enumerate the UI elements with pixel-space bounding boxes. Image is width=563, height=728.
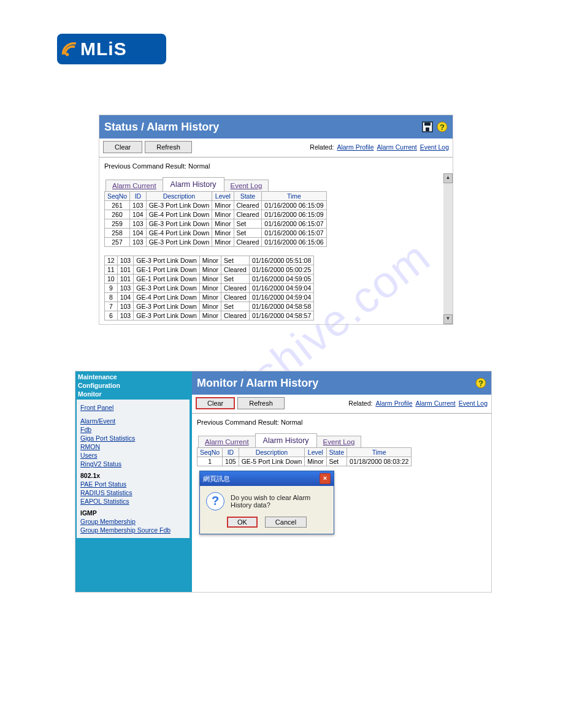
table-cell: 103 bbox=[130, 238, 147, 247]
sidebar-link-pae-port-status[interactable]: PAE Port Status bbox=[80, 480, 186, 488]
sidebar-link-giga-port-statistics[interactable]: Giga Port Statistics bbox=[80, 434, 186, 442]
link-alarm-current[interactable]: Alarm Current bbox=[415, 400, 455, 407]
column-header: State bbox=[234, 192, 262, 201]
save-icon[interactable] bbox=[422, 121, 433, 132]
table-cell: GE-3 Port Link Down bbox=[134, 256, 200, 265]
table-cell: 01/16/2000 05:51:08 bbox=[249, 256, 313, 265]
table-cell: Cleared bbox=[234, 238, 262, 247]
dialog-title: 網頁訊息 bbox=[203, 474, 230, 483]
table-row: 261103GE-3 Port Link DownMinorCleared01/… bbox=[105, 201, 327, 210]
table-cell: 258 bbox=[105, 229, 130, 238]
tab-alarm-history[interactable]: Alarm History bbox=[255, 433, 317, 447]
link-event-log[interactable]: Event Log bbox=[459, 400, 488, 407]
table-cell: 01/16/2000 06:15:09 bbox=[262, 210, 326, 219]
refresh-button[interactable]: Refresh bbox=[237, 397, 285, 409]
svg-text:?: ? bbox=[440, 123, 445, 132]
sidebar-link-rmon[interactable]: RMON bbox=[80, 442, 186, 451]
table-cell: Minor bbox=[199, 256, 221, 265]
table-cell: 103 bbox=[130, 201, 147, 210]
table-cell: Cleared bbox=[221, 293, 250, 302]
table-cell: Set bbox=[326, 457, 347, 466]
table-cell: Minor bbox=[199, 302, 221, 311]
scroll-down-icon[interactable]: ▼ bbox=[443, 314, 453, 324]
command-result: Previous Command Result: Normal bbox=[99, 159, 453, 173]
column-header: ID bbox=[223, 448, 239, 457]
sidebar-item-monitor[interactable]: Monitor bbox=[77, 390, 190, 398]
link-alarm-profile[interactable]: Alarm Profile bbox=[337, 143, 373, 151]
table-cell: Minor bbox=[212, 229, 234, 238]
sidebar-link-group-membership-source-fdb[interactable]: Group Membership Source Fdb bbox=[80, 526, 186, 534]
table-cell: 257 bbox=[105, 238, 130, 247]
wifi-arc-icon bbox=[61, 38, 80, 60]
sidebar-link-ringv2-status[interactable]: RingV2 Status bbox=[80, 460, 186, 468]
svg-point-0 bbox=[66, 53, 69, 56]
table-cell: Minor bbox=[212, 238, 234, 247]
tab-event-log[interactable]: Event Log bbox=[316, 436, 362, 447]
sidebar-link-radius-statistics[interactable]: RADIUS Statistics bbox=[80, 488, 186, 497]
sidebar-item-configuration[interactable]: Configuration bbox=[77, 381, 190, 390]
sidebar-link-eapol-statistics[interactable]: EAPOL Statistics bbox=[80, 497, 186, 506]
table-cell: 103 bbox=[117, 302, 134, 311]
sidebar-link-users[interactable]: Users bbox=[80, 451, 186, 460]
table-cell: 6 bbox=[105, 311, 118, 320]
table-cell: Minor bbox=[199, 293, 221, 302]
link-alarm-profile[interactable]: Alarm Profile bbox=[375, 400, 412, 407]
column-header: Time bbox=[347, 448, 412, 457]
sidebar-link-front-panel[interactable]: Front Panel bbox=[80, 403, 186, 412]
table-cell: Minor bbox=[212, 219, 234, 229]
table-cell: 01/18/2000 08:03:22 bbox=[347, 457, 412, 466]
clear-button[interactable]: Clear bbox=[103, 141, 142, 153]
table-cell: GE-3 Port Link Down bbox=[146, 219, 212, 229]
sidebar-item-maintenance[interactable]: Maintenance bbox=[77, 373, 190, 381]
cancel-button[interactable]: Cancel bbox=[265, 517, 307, 528]
vertical-scrollbar[interactable]: ▲ ▼ bbox=[443, 173, 453, 324]
table-cell: 01/16/2000 06:15:09 bbox=[262, 201, 326, 210]
table-row: 6103GE-3 Port Link DownMinorCleared01/16… bbox=[105, 311, 314, 320]
table-cell: 105 bbox=[223, 457, 239, 466]
table-cell: Cleared bbox=[234, 201, 262, 210]
related-links: Related: Alarm Profile Alarm Current Eve… bbox=[348, 400, 488, 407]
tab-alarm-current[interactable]: Alarm Current bbox=[198, 436, 256, 447]
table-cell: 104 bbox=[130, 229, 147, 238]
table-cell: Minor bbox=[199, 275, 221, 284]
table-cell: Minor bbox=[199, 311, 221, 320]
link-alarm-current[interactable]: Alarm Current bbox=[377, 143, 416, 151]
panel1-title: Status / Alarm History bbox=[104, 121, 219, 134]
table-row: 7103GE-3 Port Link DownMinorSet01/16/200… bbox=[105, 302, 314, 311]
tab-alarm-history[interactable]: Alarm History bbox=[163, 177, 224, 191]
table-cell: Set bbox=[234, 219, 262, 229]
tab-alarm-current[interactable]: Alarm Current bbox=[105, 180, 163, 191]
close-icon[interactable]: × bbox=[320, 473, 331, 484]
table-cell: 103 bbox=[130, 219, 147, 229]
table-cell: 101 bbox=[117, 275, 134, 284]
tab-event-log[interactable]: Event Log bbox=[224, 180, 269, 191]
scroll-up-icon[interactable]: ▲ bbox=[443, 173, 453, 183]
column-header: ID bbox=[130, 192, 147, 201]
command-result: Previous Command Result: Normal bbox=[192, 415, 491, 430]
related-links: Related: Alarm Profile Alarm Current Eve… bbox=[310, 143, 449, 151]
table-cell: 01/16/2000 06:15:06 bbox=[262, 238, 326, 247]
table-cell: GE-3 Port Link Down bbox=[134, 302, 200, 311]
sidebar-link-fdb[interactable]: Fdb bbox=[80, 425, 186, 434]
table-cell: 01/16/2000 06:15:07 bbox=[262, 229, 326, 238]
tab-strip: Alarm Current Alarm History Event Log bbox=[105, 177, 449, 191]
table-cell: GE-1 Port Link Down bbox=[134, 275, 200, 284]
table-cell: 259 bbox=[105, 219, 130, 229]
help-icon[interactable]: ? bbox=[437, 121, 448, 132]
clear-button[interactable]: Clear bbox=[196, 397, 235, 409]
table-cell: GE-3 Port Link Down bbox=[134, 311, 200, 320]
confirm-dialog: 網頁訊息 × ? Do you wish to clear Alarm Hist… bbox=[199, 471, 334, 534]
sidebar-link-group-membership[interactable]: Group Membership bbox=[80, 517, 186, 526]
column-header: Description bbox=[146, 192, 212, 201]
refresh-button[interactable]: Refresh bbox=[145, 141, 192, 153]
help-icon[interactable]: ? bbox=[475, 377, 486, 389]
table-cell: 104 bbox=[117, 293, 134, 302]
table-cell: Minor bbox=[212, 201, 234, 210]
table-cell: 01/16/2000 04:59:04 bbox=[249, 284, 313, 293]
table-cell: 01/16/2000 04:59:04 bbox=[249, 293, 313, 302]
link-event-log[interactable]: Event Log bbox=[420, 143, 449, 151]
table-cell: GE-4 Port Link Down bbox=[134, 293, 200, 302]
table-cell: GE-5 Port Link Down bbox=[239, 457, 305, 466]
sidebar-link-alarm-event[interactable]: Alarm/Event bbox=[80, 417, 186, 425]
ok-button[interactable]: OK bbox=[227, 517, 258, 528]
